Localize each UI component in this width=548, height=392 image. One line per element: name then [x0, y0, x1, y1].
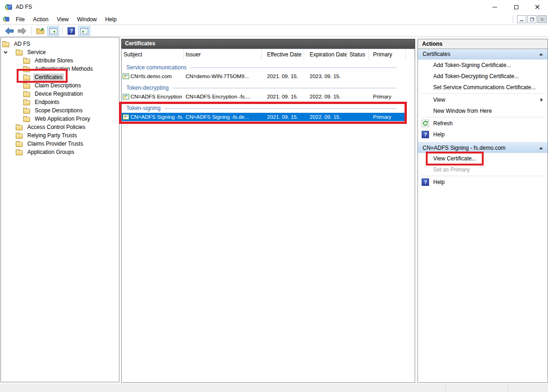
close-button[interactable] [527, 0, 548, 14]
menu-bar: File Action View Window Help [0, 14, 548, 25]
actions-pane-title: Actions [418, 39, 548, 49]
close-icon [534, 3, 540, 11]
tree-item-claims-provider-trusts[interactable]: Claims Provider Trusts [1, 140, 119, 148]
group-divider-line [172, 88, 397, 88]
action-add-token-signing-certificate[interactable]: Add Token-Signing Certificate... [418, 60, 548, 71]
minimize-button[interactable] [484, 0, 505, 14]
tree-item-device-registration[interactable]: Device Registration [1, 90, 119, 98]
group-label: Token-decrypting [122, 85, 168, 91]
action-new-window-from-here[interactable]: New Window from Here [418, 105, 548, 116]
tree-item-endpoints[interactable]: Endpoints [1, 98, 119, 106]
export-list-button[interactable] [34, 26, 46, 36]
maximize-button[interactable] [505, 0, 527, 14]
certificate-icon [123, 114, 129, 120]
adfs-app-icon [4, 3, 12, 11]
action-label: Help [433, 179, 445, 185]
group-service-communications: Service communications [122, 64, 406, 71]
tree-item-application-groups[interactable]: Application Groups [1, 148, 119, 156]
action-view[interactable]: View [418, 94, 548, 105]
group-divider-line [164, 108, 397, 109]
actions-section-selected-certificate[interactable]: CN=ADFS Signing - fs.demo.com [418, 142, 548, 153]
child-close-button[interactable] [537, 15, 547, 23]
certificate-icon [123, 94, 129, 99]
window-title: AD FS [16, 4, 32, 10]
column-header-effective-date[interactable]: Effective Date [262, 49, 304, 60]
cell-issuer: CN=ADFS Encryption -fs.... [184, 94, 262, 99]
title-bar: AD FS [0, 0, 548, 14]
group-divider-line [190, 67, 397, 68]
collapse-up-icon [539, 147, 543, 149]
cell-subject: CN=ADFS Signing -fs.dem... [131, 114, 184, 120]
tree-item-adfs-root[interactable]: AD FS [1, 40, 119, 48]
show-hide-console-tree-button[interactable] [47, 26, 59, 36]
action-set-service-communications-certificate[interactable]: Set Service Communications Certificate..… [418, 82, 548, 93]
tree-item-web-application-proxy[interactable]: Web Application Proxy [1, 115, 119, 123]
column-header-filler [406, 49, 415, 60]
tree-item-access-control-policies[interactable]: Access Control Policies [1, 123, 119, 131]
show-hide-action-pane-button[interactable] [78, 26, 90, 36]
cell-issuer: CN=ADFS Signing -fs.de... [184, 114, 262, 120]
child-restore-button[interactable] [527, 15, 536, 23]
menu-window[interactable]: Window [73, 14, 101, 24]
close-icon [540, 16, 544, 23]
back-button[interactable] [3, 26, 15, 36]
action-label: Help [433, 131, 445, 138]
status-bar-divider [508, 385, 508, 391]
actions-section-certificates[interactable]: Certificates [418, 49, 548, 60]
menu-action[interactable]: Action [29, 14, 52, 24]
forward-button[interactable] [16, 26, 28, 36]
expand-collapse-toggle[interactable] [2, 52, 16, 53]
column-header-status[interactable]: Status [347, 49, 369, 60]
menu-file[interactable]: File [12, 14, 29, 24]
results-pane: Certificates Subject Issuer Effective Da… [121, 39, 415, 383]
child-minimize-button[interactable] [517, 15, 526, 23]
tree-item-authentication-methods[interactable]: Authentication Methods [1, 65, 119, 73]
column-header-primary[interactable]: Primary [369, 49, 406, 60]
action-add-token-decrypting-certificate[interactable]: Add Token-Decrypting Certificate... [418, 71, 548, 82]
tree-item-relying-party-trusts[interactable]: Relying Party Trusts [1, 131, 119, 140]
action-refresh[interactable]: Refresh [418, 118, 548, 129]
certificate-row-service-communications[interactable]: CN=fs.demo.com CN=demo-WIN-7T5OM9... 202… [122, 72, 406, 80]
tree-item-scope-descriptions[interactable]: Scope Descriptions [1, 106, 119, 115]
help-button[interactable] [65, 26, 77, 36]
action-view-certificate[interactable]: View Certificate... [418, 153, 548, 164]
cell-primary: Primary [369, 114, 405, 120]
toolbar [0, 25, 548, 37]
submenu-arrow-icon [541, 98, 543, 102]
action-label: Refresh [433, 120, 453, 127]
certificate-row-token-signing-selected[interactable]: CN=ADFS Signing -fs.dem... CN=ADFS Signi… [122, 113, 405, 121]
folder-icon [23, 84, 30, 89]
minimize-icon [492, 7, 497, 7]
tree-item-claim-descriptions[interactable]: Claim Descriptions [1, 81, 119, 90]
cell-expiration-date: 2022. 09. 15. [304, 114, 347, 120]
group-token-decrypting: Token-decrypting [122, 84, 406, 92]
action-help-certificates[interactable]: Help [418, 129, 548, 140]
folder-export-icon [36, 27, 45, 35]
tree-item-label: Claim Descriptions [33, 82, 82, 89]
action-help-selected-certificate[interactable]: Help [418, 177, 548, 188]
tree-item-label: Scope Descriptions [33, 107, 84, 114]
forward-arrow-icon [18, 27, 27, 35]
minimize-icon [520, 20, 523, 21]
folder-icon [23, 75, 30, 80]
menu-help[interactable]: Help [101, 14, 121, 24]
list-column-headers: Subject Issuer Effective Date Expiration… [122, 49, 415, 60]
menu-view[interactable]: View [53, 14, 73, 24]
certificate-row-token-decrypting[interactable]: CN=ADFS Encryption -fs.d... CN=ADFS Encr… [122, 92, 406, 101]
folder-icon [16, 50, 23, 55]
help-icon [422, 131, 429, 138]
column-header-expiration-date[interactable]: Expiration Date [304, 49, 347, 60]
column-header-issuer[interactable]: Issuer [184, 49, 262, 60]
folder-icon [16, 150, 23, 155]
folder-icon [16, 125, 23, 130]
tree-item-service[interactable]: Service [1, 48, 119, 56]
cell-subject: CN=fs.demo.com [131, 74, 172, 79]
back-arrow-icon [5, 27, 14, 35]
results-pane-title: Certificates [121, 39, 415, 49]
tree-item-certificates[interactable]: Certificates [1, 73, 119, 81]
section-title: CN=ADFS Signing - fs.demo.com [423, 145, 505, 151]
action-label: View [433, 97, 445, 103]
actions-pane: Actions Certificates Add Token-Signing C… [417, 39, 548, 383]
tree-item-attribute-stores[interactable]: Attribute Stores [1, 56, 119, 65]
column-header-subject[interactable]: Subject [122, 49, 184, 60]
